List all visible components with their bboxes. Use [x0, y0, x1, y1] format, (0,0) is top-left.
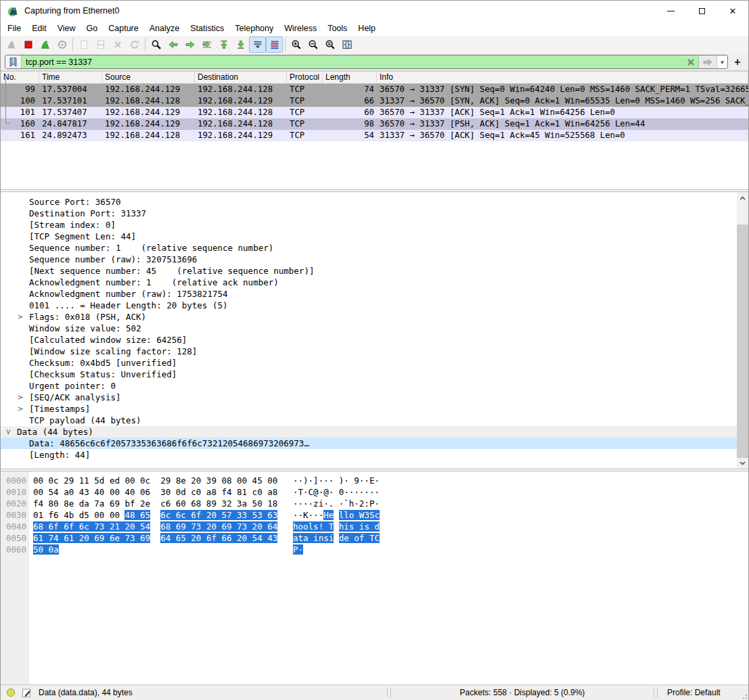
detail-row[interactable]: [Next sequence number: 45 (relative sequ… — [1, 265, 737, 277]
detail-row[interactable]: [TCP Segment Len: 44] — [1, 231, 737, 242]
go-back-button[interactable] — [164, 37, 181, 53]
filter-dropdown-button[interactable]: ▾ — [717, 55, 727, 68]
menu-statistics[interactable]: Statistics — [185, 22, 229, 34]
packet-row-99[interactable]: 9917.537004192.168.244.129192.168.244.12… — [1, 84, 748, 95]
column-header-source[interactable]: Source — [102, 72, 195, 83]
detail-row[interactable]: [Stream index: 0] — [1, 219, 737, 231]
apply-filter-button[interactable] — [698, 55, 717, 68]
detail-row[interactable]: Destination Port: 31337 — [1, 208, 737, 219]
menu-wireless[interactable]: Wireless — [279, 22, 322, 34]
detail-row[interactable]: 0101 .... = Header Length: 20 bytes (5) — [1, 300, 737, 311]
detail-row[interactable]: Window size value: 502 — [1, 323, 737, 334]
clear-filter-button[interactable] — [683, 55, 698, 68]
apply-filter-icon — [703, 59, 712, 66]
menu-file[interactable]: File — [2, 22, 26, 34]
status-separator — [387, 688, 388, 698]
column-header-protocol[interactable]: Protocol — [287, 72, 323, 83]
detail-row[interactable]: [Checksum Status: Unverified] — [1, 369, 737, 380]
packet-row-100[interactable]: 10017.537101192.168.244.128192.168.244.1… — [1, 95, 748, 107]
hex-row-0040[interactable]: 004068 6f 6f 6c 73 21 20 54 68 69 73 20 … — [1, 521, 748, 532]
column-header-length[interactable]: Length — [323, 72, 377, 83]
menu-telephony[interactable]: Telephony — [229, 22, 279, 34]
detail-row[interactable]: >[Timestamps] — [1, 403, 737, 415]
display-filter-input[interactable]: tcp.port == 31337 — [22, 55, 683, 68]
zoom-original-button[interactable] — [321, 37, 338, 53]
hex-row-0050[interactable]: 005061 74 61 20 69 6e 73 69 64 65 20 6f … — [1, 532, 748, 544]
detail-row[interactable]: Acknowledgment number: 1 (relative ack n… — [1, 277, 737, 288]
detail-row[interactable]: >Flags: 0x018 (PSH, ACK) — [1, 311, 737, 323]
menu-go[interactable]: Go — [81, 22, 104, 34]
close-button[interactable]: ✕ — [717, 1, 748, 21]
detail-row[interactable]: [Length: 44] — [1, 449, 737, 461]
profile-text[interactable]: Profile: Default — [659, 688, 739, 697]
filter-bookmark-button[interactable] — [5, 55, 22, 68]
detail-row[interactable]: >Data (44 bytes) — [1, 426, 737, 438]
go-to-last-button[interactable] — [232, 37, 249, 53]
packet-row-160[interactable]: 16024.847817192.168.244.129192.168.244.1… — [1, 118, 748, 130]
toolbar-separator — [145, 39, 145, 51]
expand-icon[interactable]: > — [16, 392, 25, 403]
detail-row[interactable]: Source Port: 36570 — [1, 196, 737, 208]
detail-row[interactable]: [Calculated window size: 64256] — [1, 334, 737, 346]
scrollbar-thumb[interactable] — [737, 225, 748, 458]
detail-row[interactable]: Acknowledgment number (raw): 1753821754 — [1, 288, 737, 300]
close-file-button — [109, 37, 126, 53]
capture-comment-icon[interactable] — [22, 688, 32, 698]
column-header-time[interactable]: Time — [39, 72, 102, 83]
column-header-destination[interactable]: Destination — [195, 72, 287, 83]
expand-icon[interactable]: > — [16, 403, 25, 415]
column-header-info[interactable]: Info — [377, 72, 748, 83]
colorize-toggle[interactable] — [266, 37, 283, 53]
ascii-segment — [334, 533, 339, 543]
detail-row[interactable]: TCP payload (44 bytes) — [1, 415, 737, 426]
menu-analyze[interactable]: Analyze — [144, 22, 185, 34]
expert-info-icon[interactable] — [6, 688, 16, 697]
menu-edit[interactable]: Edit — [26, 22, 52, 34]
hex-row-0000[interactable]: 000000 0c 29 11 5d ed 00 0c 29 8e 20 39 … — [1, 475, 748, 486]
go-to-packet-button[interactable] — [198, 37, 215, 53]
maximize-button[interactable] — [686, 1, 717, 21]
hex-row-0030[interactable]: 003001 f6 4b d5 00 00 48 65 6c 6c 6f 20 … — [1, 509, 748, 521]
find-packet-button[interactable] — [147, 37, 164, 53]
detail-row[interactable]: Data: 48656c6c6f2057335363686f6f6c732120… — [1, 438, 737, 449]
restart-capture-button[interactable] — [37, 37, 53, 53]
capture-options-button[interactable] — [53, 37, 70, 53]
go-forward-button[interactable] — [181, 37, 198, 53]
auto-scroll-toggle[interactable] — [249, 37, 266, 53]
detail-row[interactable]: >[SEQ/ACK analysis] — [1, 392, 737, 403]
menu-capture[interactable]: Capture — [103, 22, 143, 34]
menu-tools[interactable]: Tools — [322, 22, 353, 34]
display-filter-field[interactable]: tcp.port == 31337 ▾ — [5, 55, 728, 69]
detail-row[interactable]: Checksum: 0x4bd5 [unverified] — [1, 357, 737, 369]
menu-view[interactable]: View — [52, 22, 81, 34]
stop-capture-button[interactable] — [20, 37, 37, 53]
packet-row-101[interactable]: 10117.537407192.168.244.129192.168.244.1… — [1, 107, 748, 118]
minimize-button[interactable] — [655, 1, 686, 21]
hex-ascii: ····zi·. ·`h·2:P· — [293, 498, 380, 509]
go-to-first-button[interactable] — [215, 37, 232, 53]
detail-row[interactable]: Urgent pointer: 0 — [1, 380, 737, 392]
scroll-down-button[interactable] — [737, 457, 748, 469]
scroll-up-button[interactable] — [737, 192, 748, 204]
menu-help[interactable]: Help — [353, 22, 381, 34]
resize-grip[interactable] — [739, 691, 747, 699]
packet-row-161[interactable]: 16124.892473192.168.244.128192.168.244.1… — [1, 130, 748, 141]
details-scrollbar[interactable] — [737, 192, 748, 469]
detail-text: Sequence number: 1 (relative sequence nu… — [1, 242, 737, 254]
collapse-icon[interactable]: > — [3, 427, 14, 437]
hex-row-0060[interactable]: 006050 0aP· — [1, 544, 748, 555]
wireshark-window: Capturing from Ethernet0 ✕ FileEditViewG… — [0, 0, 749, 700]
hex-offset: 0030 — [6, 509, 33, 521]
go-back-icon — [168, 39, 179, 50]
resize-columns-button[interactable] — [338, 37, 355, 53]
add-filter-button[interactable]: + — [731, 56, 744, 68]
detail-row[interactable]: [Window size scaling factor: 128] — [1, 346, 737, 357]
hex-row-0010[interactable]: 001000 54 a0 43 40 00 40 06 30 0d c0 a8 … — [1, 486, 748, 498]
go-to-packet-icon — [202, 39, 212, 50]
detail-row[interactable]: Sequence number: 1 (relative sequence nu… — [1, 242, 737, 254]
expand-icon[interactable]: > — [16, 311, 25, 323]
detail-row[interactable]: Sequence number (raw): 3207513696 — [1, 254, 737, 265]
zoom-out-button[interactable] — [304, 37, 321, 53]
zoom-in-button[interactable] — [288, 37, 304, 53]
hex-row-0020[interactable]: 0020f4 80 8e da 7a 69 bf 2e c6 60 68 89 … — [1, 498, 748, 509]
